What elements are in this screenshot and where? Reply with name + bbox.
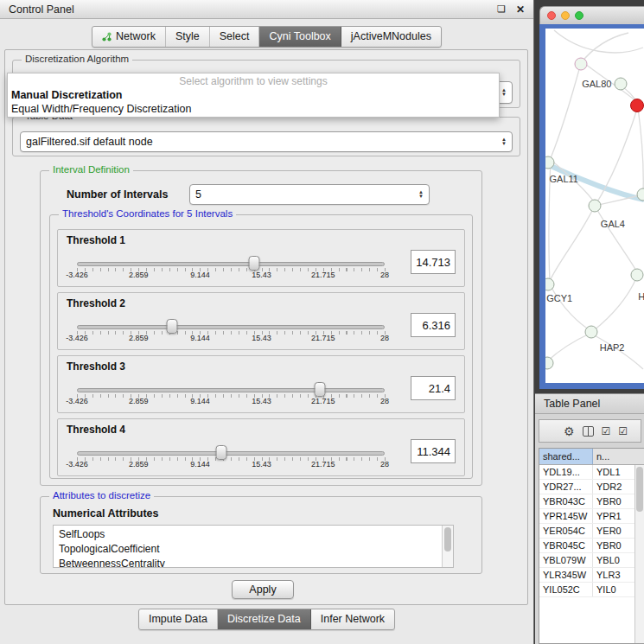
threshold-slider-thumb[interactable]: [315, 382, 326, 397]
tab-style[interactable]: Style: [166, 27, 210, 47]
gear-icon[interactable]: ⚙: [564, 425, 575, 437]
scale-label: -3.426: [66, 334, 88, 342]
zoom-traffic-light-icon[interactable]: [575, 11, 583, 20]
scale-label: 9.144: [190, 334, 210, 342]
scale-label: 21.715: [311, 271, 335, 279]
column-header-name[interactable]: n...: [593, 449, 644, 464]
threshold-slider-track[interactable]: [77, 262, 385, 266]
group-label: Attributes to discretize: [49, 490, 154, 501]
table-row[interactable]: YIL052CYIL0: [539, 583, 644, 597]
tab-jactivemnodules[interactable]: jActiveMNodules: [341, 27, 441, 47]
threshold-slider-thumb[interactable]: [167, 319, 178, 334]
tab-network[interactable]: Network: [92, 27, 166, 47]
combo-value: 5: [195, 188, 415, 201]
threshold-slider-track[interactable]: [77, 451, 385, 456]
column-header-shared-name[interactable]: shared...: [539, 449, 593, 464]
group-label: Interval Definition: [49, 164, 133, 175]
table-cell: YPR145W: [539, 509, 593, 523]
threshold-slider-track[interactable]: [77, 388, 385, 392]
stepper-icon: ▲▼: [418, 190, 424, 199]
dropdown-option-manual[interactable]: Manual Discretization: [8, 88, 499, 102]
network-node-label: GAL4: [601, 219, 625, 229]
attribute-list-item[interactable]: BetweennessCentrality: [59, 557, 453, 568]
network-node[interactable]: [585, 325, 598, 338]
table-row[interactable]: YDL19...YDL1: [539, 465, 644, 480]
checkbox-icon[interactable]: ☑: [602, 426, 611, 437]
tab-select[interactable]: Select: [210, 27, 260, 47]
network-node[interactable]: [636, 188, 644, 201]
tab-label: Discretize Data: [227, 613, 301, 625]
scale-label: 9.144: [190, 397, 210, 405]
network-canvas[interactable]: GAL80GAL11GAL4GCY1HHAP2: [545, 29, 644, 383]
table-row[interactable]: YLR345WYLR3: [539, 568, 644, 583]
table-row[interactable]: YBR043CYBR0: [539, 494, 644, 509]
list-scrollbar[interactable]: [442, 526, 453, 567]
network-node[interactable]: [631, 268, 644, 281]
threshold-value-field[interactable]: 14.713: [411, 250, 456, 274]
network-node[interactable]: [575, 58, 588, 71]
network-node[interactable]: [614, 77, 627, 90]
scale-label: 9.144: [190, 271, 210, 279]
close-icon[interactable]: ✕: [516, 3, 525, 16]
slider-scale: -3.4262.8599.14415.4321.71528: [58, 334, 464, 344]
table-cell: YBR043C: [539, 494, 593, 508]
attribute-list-item[interactable]: TopologicalCoefficient: [59, 542, 453, 557]
number-of-intervals-select[interactable]: 5 ▲▼: [189, 184, 430, 205]
scale-label: 21.715: [311, 460, 335, 469]
table-cell: YBR045C: [539, 539, 593, 552]
right-panel-column: GAL80GAL11GAL4GCY1HHAP2 Table Panel ⚙ ☑ …: [535, 0, 644, 644]
attributes-to-discretize-group: Attributes to discretize Numerical Attri…: [40, 496, 482, 574]
threshold-value-field[interactable]: 21.4: [411, 376, 456, 400]
cyni-toolbox-panel: Discretization Algorithm ▲▼ Table Data g…: [4, 49, 528, 605]
columns-icon[interactable]: [583, 426, 594, 437]
threshold-value-field[interactable]: 11.344: [411, 439, 456, 463]
close-traffic-light-icon[interactable]: [547, 11, 556, 20]
network-node-label: GAL11: [550, 174, 578, 184]
tab-label: Select: [220, 30, 250, 42]
scale-label: 21.715: [311, 397, 335, 405]
table-row[interactable]: YER054CYER0: [539, 524, 644, 539]
network-node-label: H: [638, 291, 644, 302]
threshold-value-field[interactable]: 6.316: [411, 313, 456, 337]
table-row[interactable]: YPR145WYPR1: [539, 509, 644, 524]
table-row[interactable]: YBR045CYBR0: [539, 539, 644, 553]
threshold-slider-track[interactable]: [77, 325, 385, 329]
table-data-select[interactable]: galFiltered.sif default node ▲▼: [20, 131, 513, 152]
table-scrollbar[interactable]: [634, 465, 644, 643]
scale-label: 15.43: [252, 460, 271, 469]
scale-label: 2.859: [129, 271, 149, 279]
threshold-slider-thumb[interactable]: [216, 445, 227, 460]
network-icon: [102, 32, 112, 41]
scale-label: 15.43: [252, 334, 271, 342]
tab-impute-data[interactable]: Impute Data: [139, 609, 218, 629]
checkbox-icon[interactable]: ☑: [618, 426, 628, 437]
numerical-attributes-list: SelfLoopsTopologicalCoefficientBetweenne…: [53, 525, 454, 568]
network-node-label: GCY1: [546, 293, 572, 303]
attribute-list-item[interactable]: SelfLoops: [59, 527, 453, 542]
network-node[interactable]: [630, 99, 644, 112]
tab-cyni-toolbox[interactable]: Cyni Toolbox: [259, 27, 341, 47]
float-window-icon[interactable]: ❏: [497, 3, 506, 15]
apply-button[interactable]: Apply: [232, 580, 294, 599]
network-node-label: GAL80: [582, 79, 611, 89]
slider-scale: -3.4262.8599.14415.4321.71528: [58, 460, 464, 470]
control-panel-window: Control Panel ❏ ✕ Network Style Select C…: [0, 0, 534, 644]
tab-infer-network[interactable]: Infer Network: [311, 609, 394, 629]
tab-label: Impute Data: [149, 613, 207, 625]
table-row[interactable]: YBL079WYBL0: [539, 553, 644, 568]
threshold-coordinates-group: Threshold's Coordinates for 5 Intervals …: [49, 214, 473, 479]
scrollbar-thumb[interactable]: [636, 467, 643, 512]
control-panel-titlebar: Control Panel ❏ ✕: [0, 0, 533, 19]
network-node[interactable]: [589, 200, 602, 213]
tab-discretize-data[interactable]: Discretize Data: [218, 609, 311, 629]
scrollbar-thumb[interactable]: [444, 527, 451, 552]
minimize-traffic-light-icon[interactable]: [561, 11, 570, 20]
dropdown-option-equal-width[interactable]: Equal Width/Frequency Discretization: [8, 102, 499, 116]
network-window-titlebar: [539, 6, 644, 24]
algorithm-dropdown-popup: Select algorithm to view settings Manual…: [7, 73, 500, 118]
bottom-tab-bar: Impute Data Discretize Data Infer Networ…: [0, 609, 533, 630]
table-cell: YDR27...: [539, 480, 593, 494]
table-row[interactable]: YDR27...YDR2: [539, 480, 644, 494]
threshold-slider-thumb[interactable]: [249, 256, 260, 271]
scale-label: 2.859: [129, 334, 149, 342]
